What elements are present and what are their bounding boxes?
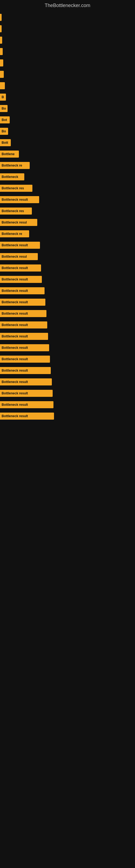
result-bar: Bot: [0, 116, 10, 123]
bar-row: Bottleneck: [0, 172, 135, 182]
bar-row: [0, 24, 135, 34]
bar-row: [0, 58, 135, 68]
bar-row: Bottleneck result: [0, 275, 135, 284]
bar-row: Bottleneck result: [0, 389, 135, 398]
result-bar: Bottleneck resul: [0, 253, 38, 260]
result-bar: Bottleneck result: [0, 333, 48, 340]
result-bar: B: [0, 94, 6, 101]
result-bar: Bottleneck result: [0, 355, 50, 363]
bar-row: Bottleneck result: [0, 354, 135, 364]
result-bar: Bo: [0, 105, 8, 112]
result-bar: Bottleneck re: [0, 162, 30, 169]
result-bar: [0, 71, 4, 78]
site-header: TheBottlenecker.com: [0, 0, 135, 10]
bar-row: Bottleneck result: [0, 195, 135, 205]
bar-row: [0, 35, 135, 45]
bar-row: Bottleneck result: [0, 377, 135, 387]
bar-row: Bottleneck result: [0, 263, 135, 273]
bar-row: Bottleneck result: [0, 400, 135, 410]
result-bar: Bottleneck result: [0, 196, 39, 203]
result-bar: Bottleneck result: [0, 242, 40, 249]
bar-row: Bottleneck result: [0, 309, 135, 318]
result-bar: Bottlene: [0, 151, 19, 158]
result-bar: Bottleneck result: [0, 367, 51, 374]
bar-row: Bott: [0, 138, 135, 148]
result-bar: Bottleneck re: [0, 230, 29, 237]
result-bar: Bottleneck result: [0, 390, 53, 397]
result-bar: [0, 82, 5, 89]
result-bar: Bottleneck result: [0, 287, 45, 294]
result-bar: Bottleneck result: [0, 310, 46, 317]
result-bar: Bott: [0, 139, 11, 146]
result-bar: [0, 37, 2, 44]
result-bar: Bottleneck result: [0, 299, 45, 306]
result-bar: [0, 25, 2, 32]
bar-row: Bottlene: [0, 149, 135, 159]
result-bar: Bottleneck result: [0, 265, 41, 272]
result-bar: Bottleneck result: [0, 321, 47, 329]
bar-row: Bottleneck result: [0, 240, 135, 250]
result-bar: Bottleneck result: [0, 276, 42, 283]
bar-row: Bot: [0, 115, 135, 125]
result-bar: Bottleneck res: [0, 208, 32, 215]
bar-row: B: [0, 92, 135, 102]
result-bar: Bottleneck: [0, 173, 24, 180]
result-bar: [0, 14, 2, 21]
result-bar: Bottleneck result: [0, 378, 52, 385]
bar-row: Bottleneck resul: [0, 252, 135, 261]
result-bar: Bottleneck resul: [0, 219, 37, 226]
bar-row: Bottleneck resul: [0, 218, 135, 227]
bar-row: Bo: [0, 104, 135, 113]
bar-row: Bottleneck res: [0, 206, 135, 216]
bar-row: Bo: [0, 126, 135, 136]
bar-row: [0, 46, 135, 56]
result-bar: Bottleneck result: [0, 412, 54, 420]
bars-container: BBoBotBoBottBottleneBottleneck reBottlen…: [0, 10, 135, 423]
site-title: TheBottlenecker.com: [0, 0, 135, 10]
bar-row: Bottleneck res: [0, 183, 135, 193]
bar-row: [0, 69, 135, 79]
bar-row: [0, 81, 135, 91]
result-bar: Bottleneck result: [0, 401, 53, 408]
result-bar: [0, 48, 3, 55]
result-bar: Bottleneck result: [0, 344, 49, 351]
bar-row: Bottleneck result: [0, 332, 135, 341]
bar-row: Bottleneck result: [0, 411, 135, 421]
result-bar: Bottleneck res: [0, 185, 32, 192]
bar-row: Bottleneck result: [0, 297, 135, 307]
bar-row: Bottleneck result: [0, 320, 135, 330]
bar-row: [0, 12, 135, 22]
result-bar: [0, 59, 3, 66]
bar-row: Bottleneck result: [0, 366, 135, 375]
bar-row: Bottleneck result: [0, 286, 135, 296]
bar-row: Bottleneck re: [0, 229, 135, 239]
bar-row: Bottleneck re: [0, 161, 135, 170]
result-bar: Bo: [0, 128, 8, 135]
bar-row: Bottleneck result: [0, 343, 135, 352]
